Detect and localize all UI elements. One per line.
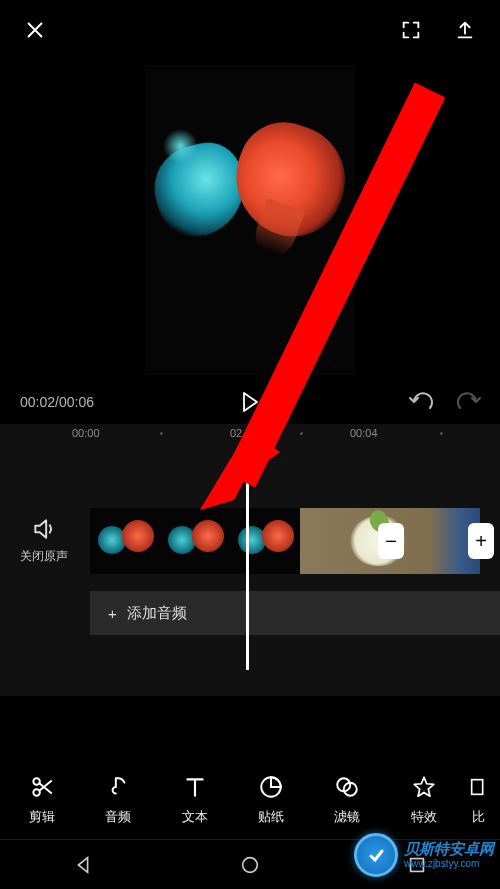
- nav-home[interactable]: [237, 852, 263, 878]
- export-button[interactable]: [452, 17, 478, 43]
- video-clip-track[interactable]: − +: [90, 506, 500, 576]
- add-clip-button[interactable]: +: [468, 523, 494, 559]
- tool-label: 贴纸: [258, 808, 284, 826]
- tool-ratio[interactable]: 比: [462, 774, 496, 826]
- timeline-ruler[interactable]: 00:00 02 00:04: [0, 424, 500, 446]
- triangle-back-icon: [72, 854, 94, 876]
- clip-thumbnail[interactable]: [230, 508, 300, 574]
- tool-label: 音频: [105, 808, 131, 826]
- add-audio-label: 添加音频: [127, 604, 187, 623]
- undo-button[interactable]: [408, 389, 434, 415]
- close-button[interactable]: [22, 17, 48, 43]
- scissors-icon: [29, 774, 55, 800]
- text-icon: [182, 774, 208, 800]
- tool-effects[interactable]: 特效: [386, 774, 462, 826]
- fullscreen-icon: [400, 19, 422, 41]
- plus-icon: +: [108, 605, 117, 622]
- playhead[interactable]: [246, 480, 249, 670]
- tool-sticker[interactable]: 贴纸: [233, 774, 309, 826]
- ratio-icon: [468, 774, 490, 800]
- clip-thumbnail[interactable]: [160, 508, 230, 574]
- redo-icon: [456, 392, 482, 412]
- play-button[interactable]: [237, 389, 263, 415]
- preview-frame: [145, 65, 355, 375]
- tool-label: 特效: [411, 808, 437, 826]
- watermark-url: www.zjbstyy.com: [404, 858, 494, 869]
- clip-thumbnail[interactable]: [90, 508, 160, 574]
- export-icon: [454, 19, 476, 41]
- star-icon: [411, 774, 437, 800]
- filter-icon: [334, 774, 360, 800]
- close-icon: [24, 19, 46, 41]
- video-preview[interactable]: [0, 60, 500, 380]
- svg-rect-7: [472, 780, 483, 795]
- timeline-panel: 关闭原声 − + + 添加音频: [0, 446, 500, 696]
- tool-filter[interactable]: 滤镜: [309, 774, 385, 826]
- tool-label: 滤镜: [334, 808, 360, 826]
- tool-edit[interactable]: 剪辑: [4, 774, 80, 826]
- redo-button[interactable]: [456, 389, 482, 415]
- music-note-icon: [105, 774, 131, 800]
- fullscreen-button[interactable]: [398, 17, 424, 43]
- tool-text[interactable]: 文本: [157, 774, 233, 826]
- mute-label: 关闭原声: [0, 548, 88, 565]
- undo-icon: [408, 392, 434, 412]
- play-icon: [240, 391, 260, 413]
- circle-home-icon: [239, 854, 261, 876]
- svg-point-8: [243, 857, 258, 872]
- tool-label: 剪辑: [29, 808, 55, 826]
- watermark-badge: [354, 833, 398, 877]
- speaker-icon: [31, 516, 57, 542]
- tool-label: 文本: [182, 808, 208, 826]
- nav-back[interactable]: [70, 852, 96, 878]
- mute-button[interactable]: [31, 516, 57, 542]
- ruler-tick: 00:04: [350, 427, 378, 439]
- tool-audio[interactable]: 音频: [80, 774, 156, 826]
- tool-label: 比: [472, 808, 485, 826]
- sticker-icon: [258, 774, 284, 800]
- ruler-tick: 02: [230, 427, 242, 439]
- bottom-toolbar: 剪辑 音频 文本 贴纸 滤镜 特效 比: [0, 761, 500, 839]
- watermark: 贝斯特安卓网 www.zjbstyy.com: [354, 833, 494, 877]
- watermark-title: 贝斯特安卓网: [404, 841, 494, 858]
- add-audio-track[interactable]: + 添加音频: [90, 591, 500, 635]
- ruler-tick: 00:00: [72, 427, 100, 439]
- time-display: 00:02/00:06: [20, 394, 94, 410]
- transition-remove-button[interactable]: −: [378, 523, 404, 559]
